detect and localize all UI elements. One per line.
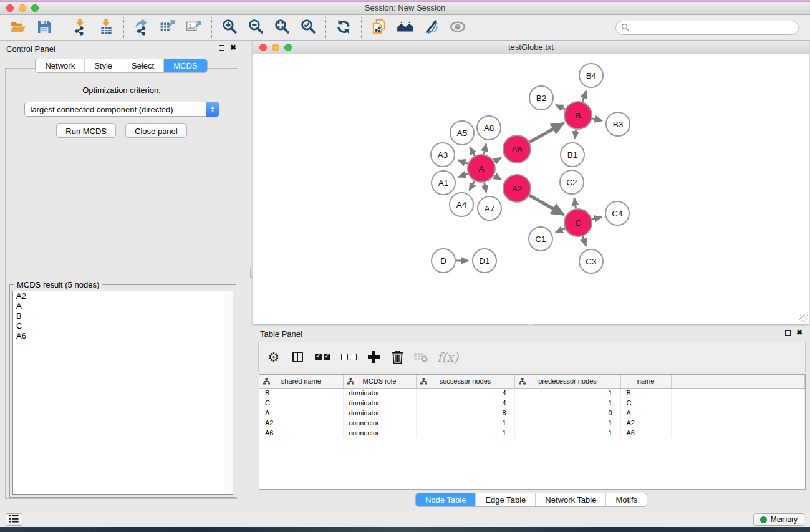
- select-all-button[interactable]: [314, 348, 331, 367]
- edge-B-B3[interactable]: [592, 118, 602, 121]
- tab-edge-table[interactable]: Edge Table: [475, 493, 535, 506]
- memory-button[interactable]: Memory: [753, 513, 804, 526]
- mcds-result-list[interactable]: A2ABCA6: [12, 291, 233, 495]
- zoom-in-button[interactable]: [216, 16, 243, 39]
- cell-predecessor-nodes[interactable]: 1: [514, 418, 620, 428]
- mcds-result-item[interactable]: A2: [13, 291, 233, 301]
- edge-C-C2[interactable]: [574, 198, 576, 209]
- graph-node-C1[interactable]: C1: [529, 227, 552, 251]
- add-button[interactable]: [366, 348, 381, 367]
- save-session-button[interactable]: [31, 16, 57, 39]
- table-row[interactable]: Bdominator41B: [259, 388, 805, 398]
- graph-node-C2[interactable]: C2: [560, 170, 584, 194]
- graph-node-A5[interactable]: A5: [450, 121, 474, 145]
- table-row[interactable]: A2connector11A2: [259, 418, 805, 428]
- tab-mcds[interactable]: MCDS: [163, 59, 206, 72]
- result-scrollbar[interactable]: [224, 291, 233, 494]
- edge-A-A7[interactable]: [485, 183, 486, 193]
- edge-B-B4[interactable]: [582, 91, 586, 102]
- task-history-button[interactable]: [6, 513, 22, 526]
- graph-node-C[interactable]: C: [564, 209, 592, 236]
- close-panel-icon[interactable]: ✖: [796, 329, 803, 336]
- float-panel-icon[interactable]: [219, 45, 224, 51]
- edge-A-A4[interactable]: [470, 181, 475, 190]
- graph-node-A8[interactable]: A8: [477, 116, 501, 140]
- table-row[interactable]: Cdominator41C: [259, 398, 805, 408]
- import-table-button[interactable]: [93, 16, 119, 39]
- zoom-selected-button[interactable]: [295, 16, 321, 39]
- column-header-predecessor-nodes[interactable]: predecessor nodes: [514, 375, 620, 388]
- window-resize-grip[interactable]: [799, 314, 808, 322]
- cell-MCDS-role[interactable]: connector: [343, 428, 416, 438]
- cell-MCDS-role[interactable]: dominator: [343, 398, 416, 408]
- edge-B-B1[interactable]: [575, 130, 576, 139]
- column-header-successor-nodes[interactable]: successor nodes: [416, 375, 514, 388]
- graph-node-A[interactable]: A: [468, 155, 495, 182]
- cell-predecessor-nodes[interactable]: 0: [514, 408, 620, 418]
- table-row[interactable]: Adominator80A: [259, 408, 805, 418]
- edge-A-A1[interactable]: [458, 173, 468, 177]
- app-titlebar[interactable]: Session: New Session: [0, 2, 810, 15]
- graph-node-A7[interactable]: A7: [478, 196, 501, 220]
- graph-node-B1[interactable]: B1: [561, 143, 584, 167]
- cell-MCDS-role[interactable]: dominator: [343, 388, 416, 398]
- graph-node-A2[interactable]: A2: [503, 175, 531, 202]
- graph-node-A1[interactable]: A1: [432, 171, 455, 195]
- import-network-button[interactable]: [67, 16, 93, 39]
- export-image-button[interactable]: [181, 16, 207, 39]
- first-neighbors-button[interactable]: [392, 16, 418, 39]
- cell-shared-name[interactable]: B: [259, 388, 343, 398]
- open-session-button[interactable]: [5, 16, 31, 39]
- edge-C-C3[interactable]: [582, 236, 586, 246]
- export-network-button[interactable]: [128, 16, 155, 39]
- split-divider-grip[interactable]: [250, 268, 253, 278]
- graph-node-D1[interactable]: D1: [473, 249, 496, 273]
- cell-predecessor-nodes[interactable]: 1: [514, 388, 620, 398]
- cell-MCDS-role[interactable]: dominator: [343, 408, 416, 418]
- graph-node-B[interactable]: B: [564, 102, 592, 129]
- edge-A6-B[interactable]: [529, 123, 564, 142]
- mcds-result-item[interactable]: B: [13, 311, 233, 321]
- column-header-shared-name[interactable]: shared name: [259, 375, 343, 388]
- cell-predecessor-nodes[interactable]: 1: [514, 428, 620, 438]
- mcds-result-item[interactable]: C: [13, 321, 233, 331]
- edge-A-A2[interactable]: [494, 175, 501, 180]
- graph-node-C4[interactable]: C4: [605, 201, 629, 225]
- tab-node-table[interactable]: Node Table: [416, 493, 476, 506]
- cell-successor-nodes[interactable]: 8: [416, 408, 514, 418]
- zoom-out-button[interactable]: [243, 16, 269, 39]
- gear-button[interactable]: ⚙: [266, 348, 281, 367]
- apply-layout-button[interactable]: [330, 16, 357, 39]
- cell-shared-name[interactable]: C: [259, 398, 343, 408]
- network-canvas[interactable]: B4B2BB3A8A5A6A3B1AC2A1A2A4A7C4CC1C3DD1: [253, 54, 809, 324]
- cell-name[interactable]: A6: [620, 428, 671, 438]
- edge-A-A3[interactable]: [458, 160, 468, 164]
- graph-node-A6[interactable]: A6: [503, 135, 531, 163]
- graph-node-B4[interactable]: B4: [579, 64, 603, 87]
- graph-node-C3[interactable]: C3: [579, 249, 603, 273]
- cell-shared-name[interactable]: A6: [259, 428, 343, 438]
- annotations-button[interactable]: [418, 16, 445, 39]
- edge-C-C4[interactable]: [592, 217, 601, 220]
- export-table-button[interactable]: [155, 16, 181, 39]
- cell-name[interactable]: B: [620, 388, 671, 398]
- graph-node-D[interactable]: D: [432, 249, 455, 273]
- close-panel-button[interactable]: Close panel: [125, 123, 187, 138]
- cell-predecessor-nodes[interactable]: 1: [514, 398, 620, 408]
- edge-A-A8[interactable]: [484, 144, 486, 155]
- cell-shared-name[interactable]: A2: [259, 418, 343, 428]
- tab-network-table[interactable]: Network Table: [535, 493, 605, 506]
- float-panel-icon[interactable]: [785, 330, 791, 336]
- cell-name[interactable]: A2: [620, 418, 671, 428]
- deselect-all-button[interactable]: [340, 348, 357, 367]
- edge-B-B2[interactable]: [556, 105, 566, 109]
- tab-network[interactable]: Network: [36, 59, 84, 72]
- search-input[interactable]: [615, 21, 799, 35]
- trash-button[interactable]: [390, 348, 405, 367]
- criterion-dropdown[interactable]: largest connected component (directed) ▲…: [24, 102, 219, 117]
- graph-node-B2[interactable]: B2: [529, 86, 553, 110]
- cell-shared-name[interactable]: A: [259, 408, 343, 418]
- column-header-name[interactable]: name: [620, 375, 671, 388]
- edge-C-C1[interactable]: [556, 228, 565, 233]
- column-button[interactable]: [290, 348, 305, 367]
